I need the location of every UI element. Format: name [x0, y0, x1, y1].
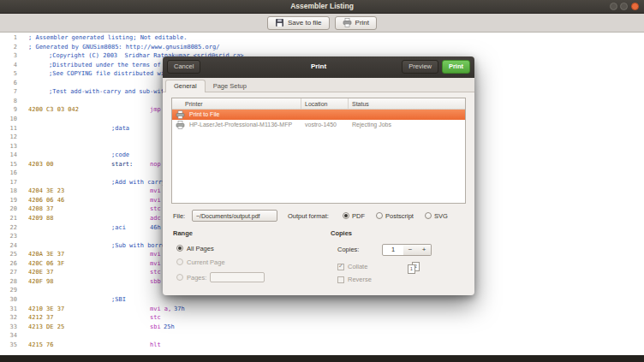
line-number: 28 [0, 277, 17, 287]
checkbox-unchecked-icon[interactable] [337, 276, 344, 283]
line-number: 9 [0, 105, 17, 115]
line-number: 25 [0, 250, 17, 259]
format-option-pdf[interactable]: PDF [343, 212, 365, 220]
line-number: 7 [0, 87, 17, 97]
code-token-mnemonic: mvi [150, 196, 161, 205]
cancel-button[interactable]: Cancel [167, 60, 200, 74]
line-number: 27 [0, 268, 17, 277]
bottom-panel [0, 355, 644, 362]
line-number: 17 [0, 178, 17, 187]
line-number: 21 [0, 214, 17, 223]
line-number: 20 [0, 205, 17, 214]
code-token-hex: 4200 C3 03 042 [28, 105, 79, 115]
code-token-hex: 4208 37 [28, 205, 54, 214]
line-number: 16 [0, 169, 17, 178]
checkbox-checked-icon[interactable] [337, 264, 344, 270]
column-header-status[interactable]: Status [352, 99, 369, 110]
code-token-mnemonic: mvi a, [150, 305, 171, 314]
print-confirm-button[interactable]: Print [442, 60, 470, 74]
save-to-file-button[interactable]: Save to file [267, 16, 330, 30]
preview-button[interactable]: Preview [402, 60, 438, 74]
printer-list[interactable]: Printer Location Status Print to FileHP-… [171, 98, 466, 204]
code-token-hex: 420C 06 3F [28, 259, 64, 269]
collate-preview-icon: 2 1 [408, 262, 421, 276]
line-number: 22 [0, 223, 17, 233]
column-header-printer[interactable]: Printer [185, 99, 203, 110]
radio-icon[interactable] [176, 258, 183, 265]
line-number: 3 [0, 51, 17, 61]
print-dialog: Print Cancel Preview Print GeneralPage S… [163, 56, 474, 295]
printer-row-2[interactable]: HP-LaserJet-Professional-M1136-MFPvostro… [172, 120, 465, 130]
range-options: All PagesCurrent PagePages: [176, 243, 322, 288]
copies-increase-button[interactable]: + [417, 244, 432, 256]
line-number: 31 [0, 305, 17, 314]
radio-icon[interactable] [343, 212, 349, 219]
save-to-file-label: Save to file [288, 19, 322, 27]
maximize-button[interactable] [620, 3, 628, 10]
line-number: 5 [0, 69, 17, 79]
code-token-mnemonic: stc [150, 313, 161, 323]
print-toolbar-button[interactable]: Print [335, 16, 377, 30]
line-number: 35 [0, 341, 17, 350]
line-number: 6 [0, 79, 17, 88]
code-token-comment: ;aci [111, 223, 126, 233]
print-toolbar-label: Print [355, 19, 369, 27]
radio-icon[interactable] [376, 212, 383, 219]
printer-row-1[interactable]: Print to File [172, 110, 465, 120]
code-token-number: 37h [174, 305, 185, 314]
code-line-30: 30;SBI [0, 295, 644, 305]
radio-icon[interactable] [176, 245, 183, 252]
code-token-mnemonic: sbi [150, 323, 161, 332]
code-token-hex: 4212 37 [28, 313, 54, 323]
code-token-hex: 4210 3E 37 [28, 305, 64, 314]
titlebar: Assembler Listing [0, 0, 644, 14]
line-number: 30 [0, 295, 17, 305]
close-button[interactable] [631, 3, 639, 10]
code-token-hex: 4209 88 [28, 214, 54, 223]
format-option-svg[interactable]: SVG [425, 212, 448, 220]
format-radios: PDFPostscriptSVG [343, 210, 448, 222]
range-option-label: Pages: [187, 274, 206, 282]
pages-entry[interactable] [210, 272, 265, 282]
copies-decrease-button[interactable]: − [403, 244, 418, 256]
format-option-postscript[interactable]: Postscript [376, 212, 414, 220]
code-line-1: 1; Assembler generated listing; Not edit… [0, 33, 644, 43]
code-line-35: 354215 76hlt [0, 341, 644, 350]
dialog-tabs: GeneralPage Setup [163, 78, 474, 92]
code-token-mnemonic: jmp [150, 105, 161, 115]
code-token-comment: ; Generated by GNUSim8085: http://www.gn… [28, 43, 219, 52]
radio-icon[interactable] [176, 274, 183, 281]
line-number: 33 [0, 323, 17, 332]
range-option-current-page[interactable]: Current Page [176, 257, 225, 267]
output-format-label: Output format: [288, 211, 329, 223]
radio-icon[interactable] [425, 212, 432, 219]
dialog-header: Print Cancel Preview Print [163, 56, 474, 78]
code-token-hex: 4215 76 [28, 341, 54, 350]
line-number: 13 [0, 142, 17, 151]
code-token-mnemonic: sbb [150, 277, 161, 287]
range-option-pages[interactable]: Pages: [176, 272, 265, 282]
format-label: PDF [352, 212, 365, 220]
line-number: 8 [0, 97, 17, 106]
tab-general[interactable]: General [165, 80, 206, 92]
line-number: 14 [0, 151, 17, 160]
printer-name: Print to File [189, 110, 219, 120]
file-label: File: [173, 211, 185, 223]
line-number: 1 [0, 33, 17, 43]
column-header-location[interactable]: Location [305, 99, 327, 110]
code-line-32: 324212 37stc [0, 313, 644, 323]
copies-value[interactable]: 1 [382, 244, 404, 256]
code-token-mnemonic: nop [150, 160, 161, 169]
collate-checkbox[interactable]: Collate [337, 263, 367, 270]
file-button[interactable]: ~/Documents/output.pdf [192, 210, 277, 222]
code-token-mnemonic: adc [150, 214, 161, 223]
line-number: 34 [0, 331, 17, 341]
code-token-mnemonic: hlt [150, 341, 161, 350]
tab-page-setup[interactable]: Page Setup [206, 80, 254, 92]
format-label: SVG [434, 212, 448, 220]
minimize-button[interactable] [610, 3, 617, 10]
code-token-comment: ;Sub with borrow [111, 241, 169, 251]
reverse-checkbox[interactable]: Reverse [337, 276, 372, 283]
range-option-all-pages[interactable]: All Pages [176, 243, 214, 253]
code-token-hex: 4206 06 46 [28, 196, 64, 205]
